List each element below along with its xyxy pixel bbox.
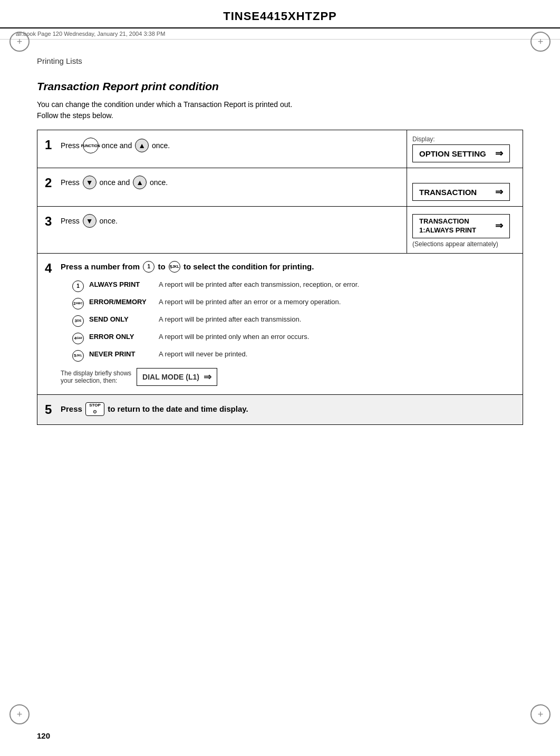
step-number-3: 3 (37, 207, 57, 253)
option-5-name: NEVER PRINT (89, 350, 152, 360)
step-2-body: Press ▼ once and ▲ once. (57, 168, 407, 206)
step-row-4: 4 Press a number from 1 to 5JKL to selec… (37, 253, 523, 394)
step-1-body: Press FUNCTION once and ▲ once. (57, 130, 407, 168)
step-3-display: TRANSACTION 1:ALWAYS PRINT ⇒ (Selections… (407, 207, 523, 253)
display-box-1: OPTION SETTING ⇒ (412, 144, 510, 162)
step-5-pre: Press (61, 403, 82, 415)
option-4-button[interactable]: 4GHI (72, 333, 84, 344)
step-row-3: 3 Press ▼ once. TRANSACTION 1:ALWAYS PRI… (37, 207, 523, 254)
arrow-icon-2: ⇒ (495, 186, 503, 198)
step-row-2: 2 Press ▼ once and ▲ once. (37, 168, 523, 207)
corner-bl (9, 704, 30, 724)
step-number-2: 2 (37, 168, 57, 206)
step-4-body: Press a number from 1 to 5JKL to select … (57, 254, 523, 394)
step-row-1: 1 Press FUNCTION once and ▲ once. (37, 130, 523, 168)
corner-tl (9, 32, 30, 52)
dial-mode-arrow: ⇒ (204, 371, 211, 383)
arrow-icon-3: ⇒ (495, 220, 503, 232)
down-button-3[interactable]: ▼ (83, 214, 96, 228)
opt-icon-2: 2ABC (71, 298, 85, 309)
step-5-post: to return to the date and time display. (108, 403, 248, 415)
option-1-desc: A report will be printed after each tran… (159, 280, 359, 290)
opt-icon-3: 3DE (71, 315, 85, 327)
step-3-pre: Press (61, 216, 80, 227)
display-box-2: TRANSACTION ⇒ (412, 183, 510, 201)
opt-icon-5: 5JKL (71, 350, 85, 362)
dial-mode-display: DIAL MODE (L1) ⇒ (137, 368, 217, 386)
steps-table: 1 Press FUNCTION once and ▲ once. (37, 130, 523, 425)
corner-br (530, 704, 551, 724)
step-1-mid: once and (102, 140, 132, 151)
option-3-name: SEND ONLY (89, 315, 152, 325)
section-title: Transaction Report print condition (37, 80, 523, 93)
option-4-name: ERROR ONLY (89, 332, 152, 342)
step-4-header: Press a number from 1 to 5JKL to select … (61, 261, 514, 273)
num-1-button[interactable]: 1 (143, 261, 155, 273)
intro-text: You can change the condition under which… (37, 99, 523, 121)
arrow-icon-1: ⇒ (495, 148, 503, 159)
option-2-button[interactable]: 2ABC (72, 298, 84, 309)
option-5-desc: A report will never be printed. (159, 350, 247, 360)
step-2-mid: once and (100, 177, 130, 188)
option-2-name: ERROR/MEMORY (89, 297, 152, 307)
option-item-4: 4GHI ERROR ONLY A report will be printed… (71, 332, 514, 344)
step-number-4: 4 (37, 254, 57, 394)
step-3-post: once. (100, 216, 118, 227)
options-list: 1 ALWAYS PRINT A report will be printed … (71, 280, 514, 362)
step-1-post: once. (152, 140, 170, 151)
dial-mode-text: The display briefly shows your selection… (61, 370, 131, 384)
step-number-1: 1 (37, 130, 57, 168)
function-button[interactable]: FUNCTION (83, 138, 99, 153)
step-1-pre: Press (61, 140, 80, 151)
up-button-2[interactable]: ▲ (133, 176, 147, 189)
step-2-display: TRANSACTION ⇒ (407, 168, 523, 206)
step-row-5: 5 Press STOP ⊙ to return to the date and… (37, 394, 523, 424)
option-item-3: 3DE SEND ONLY A report will be printed a… (71, 315, 514, 327)
section-label: Printing Lists (0, 40, 560, 65)
page-header: TINSE4415XHTZPP (0, 0, 560, 28)
corner-tr (530, 32, 551, 52)
option-3-desc: A report will be printed after each tran… (159, 315, 301, 325)
step-1-display: Display: OPTION SETTING ⇒ (407, 130, 523, 168)
step-2-pre: Press (61, 177, 80, 188)
option-2-desc: A report will be printed after an error … (159, 297, 341, 307)
display-box-3: TRANSACTION 1:ALWAYS PRINT ⇒ (412, 214, 510, 238)
down-button-2[interactable]: ▼ (83, 176, 96, 189)
option-3-button[interactable]: 3DE (72, 315, 84, 327)
up-button-1[interactable]: ▲ (135, 139, 149, 152)
step-5-body: Press STOP ⊙ to return to the date and t… (57, 395, 523, 424)
option-item-1: 1 ALWAYS PRINT A report will be printed … (71, 280, 514, 292)
dial-mode-row: The display briefly shows your selection… (61, 368, 514, 386)
stop-button[interactable]: STOP ⊙ (85, 402, 104, 416)
num-5-button[interactable]: 5JKL (169, 261, 180, 273)
step-2-post: once. (150, 177, 168, 188)
option-1-name: ALWAYS PRINT (89, 280, 152, 290)
option-5-button[interactable]: 5JKL (72, 350, 84, 362)
option-item-5: 5JKL NEVER PRINT A report will never be … (71, 350, 514, 362)
opt-icon-4: 4GHI (71, 333, 85, 344)
file-info: all.book Page 120 Wednesday, January 21,… (0, 28, 560, 40)
option-4-desc: A report will be printed only when an er… (159, 332, 309, 342)
step-number-5: 5 (37, 395, 57, 424)
option-item-2: 2ABC ERROR/MEMORY A report will be print… (71, 297, 514, 309)
opt-icon-1: 1 (71, 280, 85, 292)
display-note-3: (Selections appear alternately) (412, 240, 498, 248)
step-3-body: Press ▼ once. (57, 207, 407, 253)
option-1-button[interactable]: 1 (72, 280, 84, 292)
page-number: 120 (37, 731, 50, 740)
